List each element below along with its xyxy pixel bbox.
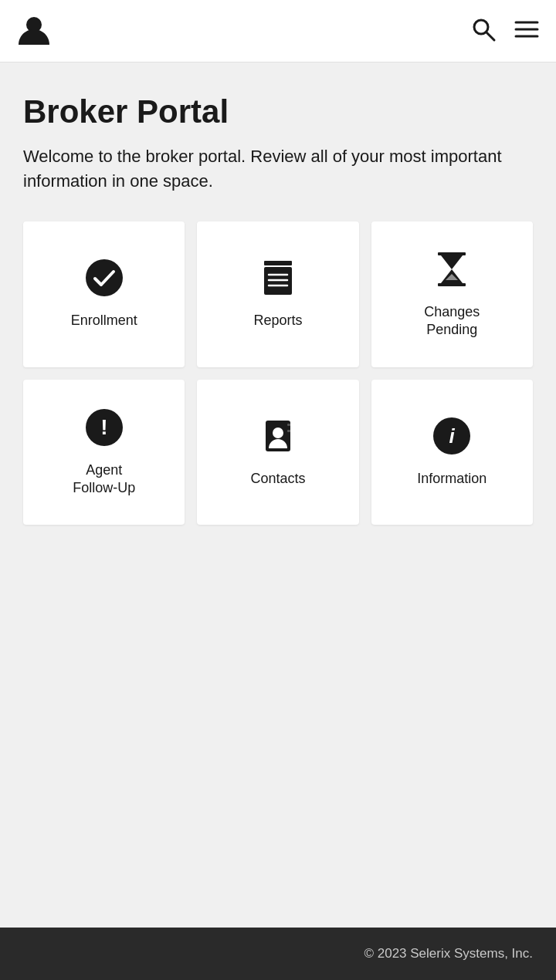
page-subtitle: Welcome to the broker portal. Review all… [23, 144, 533, 194]
info-icon: i [432, 416, 472, 459]
card-enrollment[interactable]: Enrollment [23, 221, 185, 367]
page-title: Broker Portal [23, 93, 533, 130]
footer-copyright: © 2023 Selerix Systems, Inc. [364, 946, 533, 961]
header [0, 0, 556, 63]
card-changes-pending[interactable]: ChangesPending [371, 221, 533, 367]
changes-pending-label: ChangesPending [424, 303, 480, 340]
svg-point-17 [273, 427, 283, 438]
enrollment-icon [84, 258, 124, 301]
svg-rect-19 [287, 430, 290, 432]
svg-rect-18 [287, 424, 290, 426]
contacts-icon [258, 416, 298, 459]
reports-label: Reports [253, 312, 302, 329]
svg-rect-13 [438, 283, 466, 286]
hourglass-icon [432, 249, 472, 292]
svg-rect-12 [438, 252, 466, 255]
search-icon[interactable] [470, 15, 497, 46]
card-grid: Enrollment Reports [23, 221, 533, 525]
header-right [470, 15, 541, 46]
card-reports[interactable]: Reports [197, 221, 358, 367]
avatar[interactable] [15, 11, 53, 51]
agent-followup-label: AgentFollow-Up [73, 461, 135, 498]
svg-point-6 [86, 259, 123, 296]
svg-text:i: i [449, 424, 456, 448]
card-agent-followup[interactable]: ! AgentFollow-Up [23, 380, 185, 525]
main-content: Broker Portal Welcome to the broker port… [0, 63, 556, 928]
alert-icon: ! [84, 407, 124, 451]
svg-line-2 [486, 32, 494, 40]
information-label: Information [417, 470, 486, 488]
footer: © 2023 Selerix Systems, Inc. [0, 928, 556, 980]
card-contacts[interactable]: Contacts [197, 380, 358, 525]
svg-rect-7 [264, 261, 292, 265]
svg-text:!: ! [100, 415, 107, 439]
contacts-label: Contacts [250, 470, 305, 488]
menu-icon[interactable] [513, 15, 541, 46]
enrollment-label: Enrollment [71, 312, 137, 329]
header-left [15, 11, 53, 51]
card-information[interactable]: i Information [371, 380, 533, 525]
reports-icon [258, 258, 298, 301]
